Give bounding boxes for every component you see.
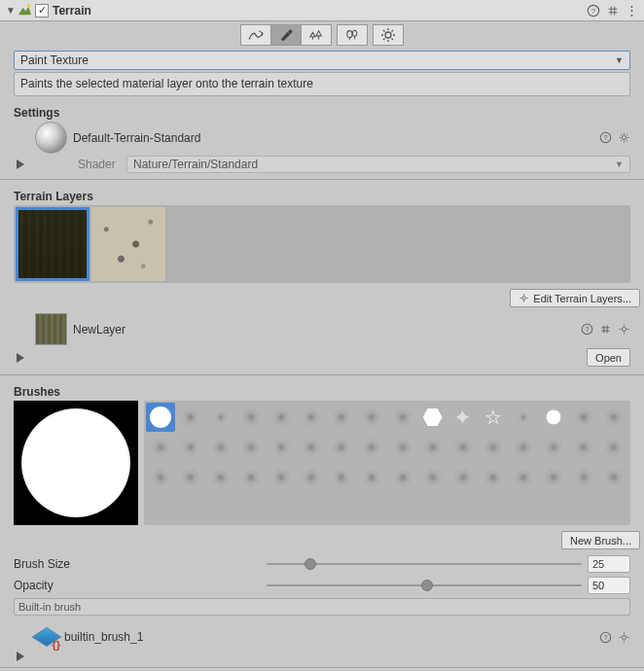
context-menu-icon[interactable]: ⋮: [626, 3, 638, 18]
help-icon[interactable]: ?: [599, 131, 612, 144]
terrain-layer-asset-icon[interactable]: [35, 313, 67, 345]
brush-tile[interactable]: [297, 403, 326, 432]
new-brush-button[interactable]: New Brush...: [561, 531, 640, 549]
help-icon[interactable]: ?: [599, 631, 612, 644]
brush-tile[interactable]: [236, 403, 266, 432]
brush-tile[interactable]: [418, 463, 447, 492]
brush-tile[interactable]: ☆: [479, 403, 508, 432]
brush-tile[interactable]: [569, 403, 598, 432]
open-button-label: Open: [595, 352, 622, 364]
brush-tile[interactable]: [357, 433, 386, 462]
terrain-tool-toolbar: [0, 21, 644, 49]
brush-tile[interactable]: [236, 463, 266, 492]
brush-tile[interactable]: [327, 403, 356, 432]
settings-section-label: Settings: [14, 106, 630, 120]
brush-tile[interactable]: [206, 463, 235, 492]
tool-paint-details[interactable]: [337, 24, 368, 46]
expand-icon[interactable]: [17, 652, 24, 661]
brush-tile[interactable]: [267, 403, 296, 432]
component-header[interactable]: ▼ ✓ Terrain ? ⋮: [0, 0, 644, 21]
svg-point-34: [622, 327, 626, 331]
svg-line-23: [621, 134, 622, 135]
shader-dropdown[interactable]: Nature/Terrain/Standard ▼: [126, 156, 630, 173]
brush-size-field[interactable]: 25: [588, 555, 630, 573]
brush-tile[interactable]: [267, 463, 296, 492]
brush-tile[interactable]: [539, 433, 568, 462]
brush-tile[interactable]: [569, 433, 598, 462]
svg-line-14: [383, 39, 385, 41]
brush-tile[interactable]: [327, 463, 356, 492]
brush-tile[interactable]: [569, 463, 598, 492]
gear-icon[interactable]: [618, 631, 630, 644]
brush-preview: [14, 401, 138, 525]
svg-text:?: ?: [603, 133, 607, 142]
tool-terrain-settings[interactable]: [373, 24, 404, 46]
brush-tile[interactable]: [418, 403, 447, 432]
brush-tile[interactable]: [479, 463, 508, 492]
brush-tile[interactable]: [206, 433, 235, 462]
terrain-layer-tile[interactable]: [91, 207, 165, 281]
open-button[interactable]: Open: [587, 348, 630, 367]
svg-point-1: [26, 4, 30, 8]
brush-tile[interactable]: [388, 403, 417, 432]
help-icon[interactable]: ?: [587, 4, 600, 18]
brush-tile[interactable]: [146, 403, 175, 432]
help-icon[interactable]: ?: [581, 323, 593, 336]
brush-tile[interactable]: [176, 433, 205, 462]
gear-icon[interactable]: [618, 323, 630, 336]
brush-tile[interactable]: [509, 403, 538, 432]
svg-line-24: [626, 140, 627, 141]
brush-tile[interactable]: [388, 433, 417, 462]
brush-tile[interactable]: [357, 403, 386, 432]
tool-paint-trees[interactable]: [301, 24, 332, 46]
brush-tile[interactable]: [176, 463, 205, 492]
brush-tile[interactable]: [509, 463, 538, 492]
foldout-icon[interactable]: ▼: [6, 5, 16, 16]
preset-icon[interactable]: [606, 4, 620, 18]
edit-terrain-layers-button[interactable]: Edit Terrain Layers...: [510, 289, 640, 307]
paint-mode-dropdown[interactable]: Paint Texture ▼: [14, 51, 630, 70]
brush-tile[interactable]: [176, 403, 205, 432]
brush-tile[interactable]: [327, 433, 356, 462]
brush-tile[interactable]: [297, 433, 326, 462]
tool-raise-lower[interactable]: [240, 24, 271, 46]
opacity-field[interactable]: 50: [588, 577, 630, 594]
tool-paint-texture[interactable]: [270, 24, 302, 46]
brush-tile[interactable]: [357, 463, 386, 492]
brush-tile[interactable]: [448, 463, 478, 492]
brush-tile[interactable]: [539, 403, 568, 432]
terrain-layer-tile[interactable]: [16, 207, 89, 281]
material-preview-icon[interactable]: [35, 122, 67, 154]
brush-tile[interactable]: [236, 433, 266, 462]
svg-point-18: [622, 135, 626, 139]
terrain-layer-asset-block: NewLayer ? Open: [14, 313, 630, 367]
brushes-section-label: Brushes: [14, 385, 630, 399]
brush-tile[interactable]: [599, 433, 628, 462]
expand-icon[interactable]: [17, 159, 24, 169]
brush-tile[interactable]: [297, 463, 326, 492]
component-enabled-checkbox[interactable]: ✓: [35, 4, 49, 18]
brush-tile[interactable]: [539, 463, 568, 492]
brush-tile[interactable]: [206, 403, 235, 432]
brush-tile[interactable]: [448, 433, 478, 462]
brush-asset-icon: {}: [35, 625, 58, 649]
brush-tile[interactable]: [599, 463, 628, 492]
brush-tile[interactable]: ✦: [448, 403, 478, 432]
svg-line-13: [392, 39, 394, 41]
brush-tile[interactable]: [418, 433, 447, 462]
expand-icon[interactable]: [17, 353, 24, 363]
shader-label: Shader: [33, 158, 121, 171]
brush-tile[interactable]: [146, 433, 175, 462]
preset-icon[interactable]: [599, 323, 612, 336]
brush-tile[interactable]: [599, 403, 628, 432]
brush-size-slider[interactable]: [267, 557, 582, 571]
brush-tile[interactable]: [509, 433, 538, 462]
opacity-slider[interactable]: [267, 579, 582, 592]
brush-tile[interactable]: [267, 433, 296, 462]
terrain-inspector-panel: ▼ ✓ Terrain ? ⋮: [0, 0, 644, 671]
gear-icon[interactable]: [618, 131, 630, 144]
brush-tile[interactable]: [479, 433, 508, 462]
gear-icon: [519, 293, 529, 303]
brush-tile[interactable]: [146, 463, 175, 492]
brush-tile[interactable]: [388, 463, 417, 492]
